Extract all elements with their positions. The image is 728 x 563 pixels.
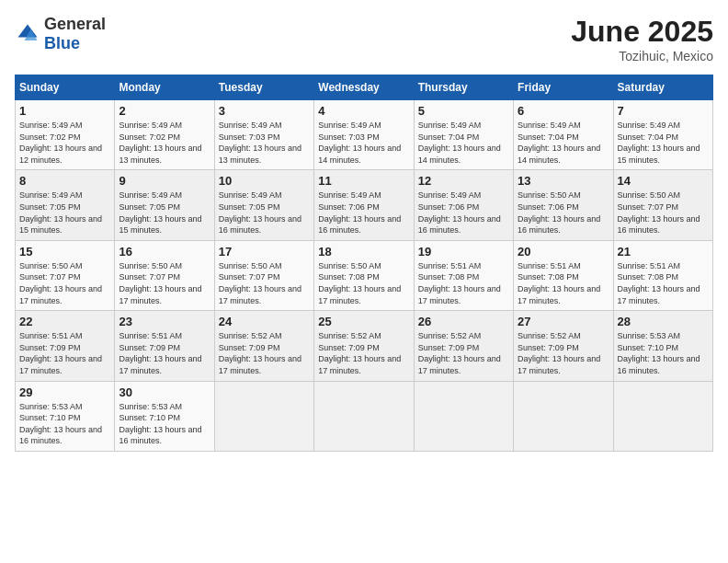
header-monday: Monday — [115, 75, 214, 100]
day-number: 12 — [418, 174, 509, 188]
table-row: 21 Sunrise: 5:51 AM Sunset: 7:08 PM Dayl… — [613, 240, 712, 310]
day-number: 30 — [119, 385, 210, 399]
table-row: 16 Sunrise: 5:50 AM Sunset: 7:07 PM Dayl… — [115, 240, 214, 310]
day-info: Sunrise: 5:52 AM Sunset: 7:09 PM Dayligh… — [219, 330, 310, 376]
table-row: 12 Sunrise: 5:49 AM Sunset: 7:06 PM Dayl… — [414, 170, 513, 240]
header-thursday: Thursday — [414, 75, 513, 100]
day-info: Sunrise: 5:49 AM Sunset: 7:02 PM Dayligh… — [119, 120, 210, 166]
day-number: 14 — [618, 174, 709, 188]
day-number: 16 — [119, 245, 210, 259]
header-wednesday: Wednesday — [314, 75, 414, 100]
day-info: Sunrise: 5:53 AM Sunset: 7:10 PM Dayligh… — [19, 401, 110, 447]
day-number: 7 — [618, 104, 709, 118]
table-row: 11 Sunrise: 5:49 AM Sunset: 7:06 PM Dayl… — [314, 170, 414, 240]
calendar-header-row: Sunday Monday Tuesday Wednesday Thursday… — [16, 75, 713, 100]
day-number: 3 — [219, 104, 310, 118]
day-number: 2 — [119, 104, 210, 118]
calendar-row: 8 Sunrise: 5:49 AM Sunset: 7:05 PM Dayli… — [16, 170, 713, 240]
table-row: 18 Sunrise: 5:50 AM Sunset: 7:08 PM Dayl… — [314, 240, 414, 310]
day-info: Sunrise: 5:52 AM Sunset: 7:09 PM Dayligh… — [318, 330, 409, 376]
day-info: Sunrise: 5:51 AM Sunset: 7:09 PM Dayligh… — [19, 330, 110, 376]
empty-cell — [414, 381, 513, 451]
empty-cell — [314, 381, 414, 451]
day-info: Sunrise: 5:53 AM Sunset: 7:10 PM Dayligh… — [618, 330, 709, 376]
day-number: 1 — [19, 104, 110, 118]
day-info: Sunrise: 5:50 AM Sunset: 7:07 PM Dayligh… — [119, 260, 210, 306]
day-number: 29 — [19, 385, 110, 399]
day-number: 19 — [418, 245, 509, 259]
day-number: 22 — [19, 315, 110, 328]
table-row: 6 Sunrise: 5:49 AM Sunset: 7:04 PM Dayli… — [514, 100, 613, 170]
day-info: Sunrise: 5:51 AM Sunset: 7:08 PM Dayligh… — [418, 260, 509, 306]
day-number: 15 — [19, 245, 110, 259]
empty-cell — [514, 381, 613, 451]
day-number: 13 — [518, 174, 609, 188]
calendar-row: 1 Sunrise: 5:49 AM Sunset: 7:02 PM Dayli… — [16, 100, 713, 170]
empty-cell — [214, 381, 313, 451]
day-info: Sunrise: 5:49 AM Sunset: 7:06 PM Dayligh… — [318, 190, 409, 236]
day-number: 9 — [119, 174, 210, 188]
day-info: Sunrise: 5:51 AM Sunset: 7:08 PM Dayligh… — [618, 260, 709, 306]
table-row: 10 Sunrise: 5:49 AM Sunset: 7:05 PM Dayl… — [214, 170, 313, 240]
day-info: Sunrise: 5:49 AM Sunset: 7:04 PM Dayligh… — [418, 120, 509, 166]
day-info: Sunrise: 5:50 AM Sunset: 7:07 PM Dayligh… — [219, 260, 310, 306]
day-info: Sunrise: 5:50 AM Sunset: 7:06 PM Dayligh… — [518, 190, 609, 236]
table-row: 14 Sunrise: 5:50 AM Sunset: 7:07 PM Dayl… — [613, 170, 712, 240]
day-info: Sunrise: 5:52 AM Sunset: 7:09 PM Dayligh… — [518, 330, 609, 376]
header-friday: Friday — [514, 75, 613, 100]
table-row: 19 Sunrise: 5:51 AM Sunset: 7:08 PM Dayl… — [414, 240, 513, 310]
day-info: Sunrise: 5:51 AM Sunset: 7:09 PM Dayligh… — [119, 330, 210, 376]
day-number: 27 — [518, 315, 609, 328]
calendar-subtitle: Tozihuic, Mexico — [571, 49, 713, 63]
table-row: 15 Sunrise: 5:50 AM Sunset: 7:07 PM Dayl… — [16, 240, 115, 310]
logo-icon — [15, 21, 40, 47]
day-info: Sunrise: 5:49 AM Sunset: 7:03 PM Dayligh… — [219, 120, 310, 166]
empty-cell — [613, 381, 712, 451]
table-row: 3 Sunrise: 5:49 AM Sunset: 7:03 PM Dayli… — [214, 100, 313, 170]
day-info: Sunrise: 5:53 AM Sunset: 7:10 PM Dayligh… — [119, 401, 210, 447]
calendar-row: 15 Sunrise: 5:50 AM Sunset: 7:07 PM Dayl… — [16, 240, 713, 310]
header-tuesday: Tuesday — [214, 75, 313, 100]
day-number: 6 — [518, 104, 609, 118]
day-number: 11 — [318, 174, 409, 188]
table-row: 20 Sunrise: 5:51 AM Sunset: 7:08 PM Dayl… — [514, 240, 613, 310]
table-row: 7 Sunrise: 5:49 AM Sunset: 7:04 PM Dayli… — [613, 100, 712, 170]
day-info: Sunrise: 5:49 AM Sunset: 7:05 PM Dayligh… — [19, 190, 110, 236]
day-number: 8 — [19, 174, 110, 188]
day-number: 23 — [119, 315, 210, 328]
day-info: Sunrise: 5:50 AM Sunset: 7:07 PM Dayligh… — [19, 260, 110, 306]
day-number: 18 — [318, 245, 409, 259]
calendar-row: 22 Sunrise: 5:51 AM Sunset: 7:09 PM Dayl… — [16, 311, 713, 381]
day-number: 21 — [618, 245, 709, 259]
table-row: 2 Sunrise: 5:49 AM Sunset: 7:02 PM Dayli… — [115, 100, 214, 170]
day-info: Sunrise: 5:50 AM Sunset: 7:08 PM Dayligh… — [318, 260, 409, 306]
header-sunday: Sunday — [16, 75, 115, 100]
day-info: Sunrise: 5:49 AM Sunset: 7:05 PM Dayligh… — [219, 190, 310, 236]
day-info: Sunrise: 5:51 AM Sunset: 7:08 PM Dayligh… — [518, 260, 609, 306]
calendar-table: Sunday Monday Tuesday Wednesday Thursday… — [15, 75, 713, 452]
table-row: 4 Sunrise: 5:49 AM Sunset: 7:03 PM Dayli… — [314, 100, 414, 170]
day-number: 24 — [219, 315, 310, 328]
calendar-row: 29 Sunrise: 5:53 AM Sunset: 7:10 PM Dayl… — [16, 381, 713, 451]
table-row: 5 Sunrise: 5:49 AM Sunset: 7:04 PM Dayli… — [414, 100, 513, 170]
title-block: June 2025 Tozihuic, Mexico — [571, 15, 713, 63]
day-info: Sunrise: 5:49 AM Sunset: 7:05 PM Dayligh… — [119, 190, 210, 236]
table-row: 8 Sunrise: 5:49 AM Sunset: 7:05 PM Dayli… — [16, 170, 115, 240]
day-number: 17 — [219, 245, 310, 259]
table-row: 17 Sunrise: 5:50 AM Sunset: 7:07 PM Dayl… — [214, 240, 313, 310]
table-row: 27 Sunrise: 5:52 AM Sunset: 7:09 PM Dayl… — [514, 311, 613, 381]
day-number: 5 — [418, 104, 509, 118]
day-info: Sunrise: 5:52 AM Sunset: 7:09 PM Dayligh… — [418, 330, 509, 376]
day-info: Sunrise: 5:50 AM Sunset: 7:07 PM Dayligh… — [618, 190, 709, 236]
table-row: 1 Sunrise: 5:49 AM Sunset: 7:02 PM Dayli… — [16, 100, 115, 170]
day-number: 4 — [318, 104, 409, 118]
table-row: 23 Sunrise: 5:51 AM Sunset: 7:09 PM Dayl… — [115, 311, 214, 381]
table-row: 28 Sunrise: 5:53 AM Sunset: 7:10 PM Dayl… — [613, 311, 712, 381]
day-info: Sunrise: 5:49 AM Sunset: 7:04 PM Dayligh… — [518, 120, 609, 166]
table-row: 24 Sunrise: 5:52 AM Sunset: 7:09 PM Dayl… — [214, 311, 313, 381]
day-info: Sunrise: 5:49 AM Sunset: 7:06 PM Dayligh… — [418, 190, 509, 236]
logo: General Blue — [15, 15, 106, 53]
calendar-title: June 2025 — [571, 15, 713, 49]
day-number: 28 — [618, 315, 709, 328]
table-row: 9 Sunrise: 5:49 AM Sunset: 7:05 PM Dayli… — [115, 170, 214, 240]
